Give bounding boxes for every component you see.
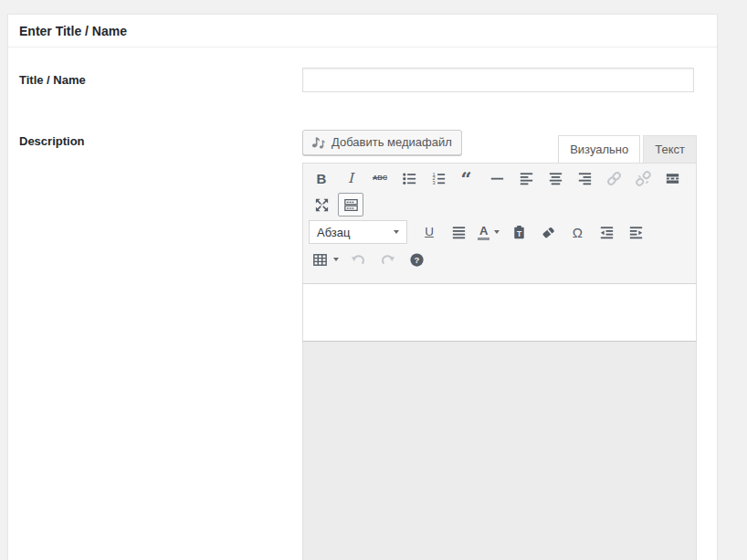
strikethrough-icon: ABC (373, 174, 387, 182)
help-button[interactable]: ? (404, 248, 429, 271)
italic-icon: I (348, 172, 353, 185)
fullscreen-button[interactable] (309, 193, 334, 217)
undo-button[interactable] (345, 248, 371, 271)
bulleted-list-icon (401, 170, 418, 187)
title-input[interactable] (302, 68, 694, 92)
strikethrough-button[interactable]: ABC (367, 166, 393, 190)
indent-icon (627, 224, 645, 241)
format-select[interactable]: Абзац (309, 220, 407, 244)
add-media-button[interactable]: Добавить медиафайл (302, 130, 462, 155)
tab-text[interactable]: Текст (643, 135, 697, 163)
bulleted-list-button[interactable] (396, 166, 422, 190)
editor-top-bar: Добавить медиафайл Визуально Текст (302, 130, 697, 163)
clear-formatting-icon (540, 224, 557, 241)
svg-text:T: T (517, 228, 522, 238)
fullscreen-icon (313, 196, 331, 214)
tab-visual[interactable]: Визуально (558, 135, 640, 163)
horizontal-rule-button[interactable] (484, 166, 510, 190)
underline-button[interactable]: U (416, 220, 442, 244)
align-left-button[interactable] (513, 166, 539, 190)
numbered-list-button[interactable]: 123 (426, 166, 451, 190)
redo-icon (379, 251, 396, 269)
align-right-icon (576, 170, 594, 187)
metabox-title: Enter Title / Name (19, 24, 127, 38)
horizontal-rule-icon (489, 170, 506, 187)
table-button[interactable] (309, 248, 342, 271)
outdent-icon (598, 224, 615, 241)
add-media-button-label: Добавить медиафайл (331, 135, 452, 149)
redo-button[interactable] (374, 248, 400, 271)
special-character-icon: Ω (573, 226, 583, 239)
caret-down-icon (333, 258, 339, 261)
text-color-icon: A (478, 225, 489, 240)
media-notes-icon (310, 134, 326, 150)
caret-down-icon (494, 230, 500, 234)
justify-button[interactable] (446, 220, 471, 244)
clear-formatting-button[interactable] (535, 220, 561, 244)
editor-content-area[interactable] (302, 284, 697, 342)
insert-link-icon (605, 170, 623, 187)
description-field-label: Description (19, 134, 85, 148)
remove-link-button[interactable] (630, 166, 656, 190)
numbered-list-icon: 123 (430, 170, 447, 187)
svg-text:“: “ (460, 170, 471, 187)
underline-icon: U (425, 226, 434, 238)
outdent-button[interactable] (594, 220, 619, 244)
editor-toolbar: BIABC123“АбзацUATΩ? (302, 163, 697, 284)
align-right-button[interactable] (572, 166, 597, 190)
blockquote-button[interactable]: “ (455, 166, 480, 190)
caret-down-icon (394, 230, 399, 234)
align-center-icon (547, 170, 564, 187)
remove-link-icon (635, 170, 652, 187)
undo-icon (350, 251, 367, 269)
wysiwyg-editor: Добавить медиафайл Визуально Текст BIABC… (302, 130, 697, 560)
editor-mode-tabs: Визуально Текст (558, 135, 697, 163)
paste-as-text-icon: T (510, 224, 528, 241)
bold-icon: B (317, 172, 327, 185)
blockquote-icon: “ (459, 170, 477, 187)
metabox: Enter Title / Name Title / Name Descript… (7, 14, 718, 560)
align-center-button[interactable] (542, 166, 568, 190)
metabox-header: Enter Title / Name (8, 15, 717, 48)
read-more-icon (664, 170, 681, 187)
align-left-icon (518, 170, 535, 187)
table-icon (311, 251, 329, 269)
insert-link-button[interactable] (601, 166, 626, 190)
paste-as-text-button[interactable]: T (506, 220, 531, 244)
editor-body-placeholder (302, 342, 697, 560)
read-more-button[interactable] (659, 166, 685, 190)
toolbar-row-4: ? (307, 246, 692, 273)
italic-button[interactable]: I (338, 166, 363, 190)
format-select-value: Абзац (317, 226, 350, 239)
toolbar-toggle-button[interactable] (338, 193, 363, 217)
svg-text:?: ? (414, 254, 419, 264)
help-icon: ? (408, 251, 426, 269)
toolbar-toggle-icon (342, 196, 360, 214)
bold-button[interactable]: B (309, 166, 334, 190)
metabox-body: Title / Name Description (8, 48, 717, 560)
title-field-label: Title / Name (19, 73, 86, 87)
special-character-button[interactable]: Ω (564, 220, 590, 244)
toolbar-row-3: АбзацUATΩ (307, 218, 692, 246)
toolbar-row-1: BIABC123“ (307, 165, 692, 191)
indent-button[interactable] (623, 220, 648, 244)
svg-text:3: 3 (432, 179, 435, 185)
justify-icon (450, 224, 468, 241)
text-color-button[interactable]: A (475, 220, 502, 244)
toolbar-row-2 (307, 191, 692, 218)
